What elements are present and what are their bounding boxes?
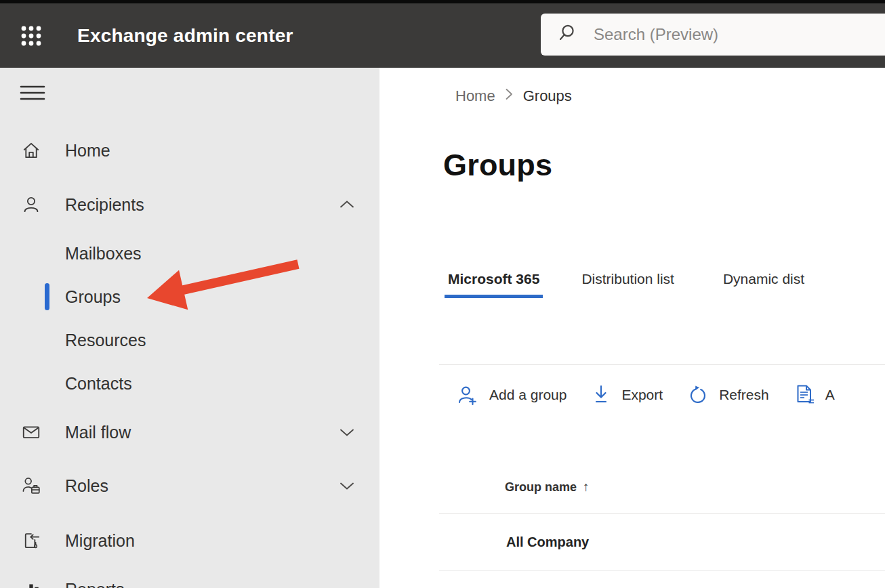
sidebar-item-home[interactable]: Home: [0, 135, 379, 165]
breadcrumb-home-link[interactable]: Home: [455, 87, 495, 105]
search-input[interactable]: [594, 14, 885, 56]
page-title: Groups: [443, 148, 552, 183]
sidebar-item-label: Roles: [65, 471, 108, 501]
nav-collapse-button[interactable]: [18, 80, 47, 107]
hamburger-icon: [20, 83, 45, 104]
sidebar-item-recipients[interactable]: Recipients: [0, 190, 379, 219]
tab-microsoft-365[interactable]: Microsoft 365: [445, 271, 543, 298]
tab-distribution-list[interactable]: Distribution list: [578, 271, 678, 298]
chevron-right-icon: [505, 87, 514, 105]
bar-chart-icon: [21, 579, 41, 588]
breadcrumb-current: Groups: [523, 87, 572, 105]
toolbar-top-divider: [439, 364, 885, 365]
waffle-icon: [19, 24, 43, 50]
table-row-divider: [439, 570, 885, 571]
refresh-button[interactable]: Refresh: [687, 384, 769, 406]
download-icon: [591, 384, 611, 406]
table-row[interactable]: All Company: [379, 514, 885, 570]
sidebar-item-mailboxes[interactable]: Mailboxes: [0, 238, 379, 268]
sidebar-item-label: Migration: [65, 526, 135, 555]
export-button[interactable]: Export: [591, 384, 663, 406]
toolbar: Add a group Export Refresh: [456, 378, 835, 412]
migration-icon: [21, 530, 41, 551]
sidebar-item-contacts[interactable]: Contacts: [0, 369, 379, 398]
search-box: [541, 14, 885, 56]
chevron-down-icon: [339, 425, 355, 439]
sidebar-item-label: Groups: [65, 282, 121, 312]
main-content: Home Groups Groups Microsoft 365 Distrib…: [379, 68, 885, 588]
person-add-icon: [456, 383, 479, 406]
column-header-label: Group name: [505, 480, 577, 495]
sidebar-item-migration[interactable]: Migration: [0, 526, 379, 555]
sidebar-item-label: Resources: [65, 325, 146, 355]
clipped-toolbar-button[interactable]: A: [794, 383, 835, 406]
sort-ascending-icon: ↑: [583, 480, 590, 495]
topbar: Exchange admin center: [0, 3, 885, 68]
person-briefcase-icon: [21, 476, 41, 496]
window-top-strip: [0, 0, 885, 3]
sidebar-item-groups[interactable]: Groups: [0, 282, 379, 312]
column-header-group-name[interactable]: Group name ↑: [505, 473, 590, 501]
document-icon: [794, 383, 815, 406]
toolbar-button-label: A: [825, 387, 835, 403]
sidebar-item-resources[interactable]: Resources: [0, 325, 379, 355]
toolbar-button-label: Refresh: [719, 387, 769, 403]
sidebar-item-label: Recipients: [65, 190, 144, 219]
sidebar-item-mail-flow[interactable]: Mail flow: [0, 417, 379, 447]
tab-bar: Microsoft 365 Distribution list Dynamic …: [445, 271, 808, 298]
selected-indicator: [45, 283, 49, 310]
refresh-icon: [687, 384, 709, 406]
sidebar-item-reports[interactable]: Reports: [0, 574, 379, 588]
add-a-group-button[interactable]: Add a group: [456, 383, 567, 406]
chevron-up-icon: [339, 198, 355, 211]
app-launcher-button[interactable]: [15, 21, 47, 52]
chevron-down-icon: [339, 479, 355, 492]
app-title: Exchange admin center: [77, 3, 293, 68]
tab-dynamic-distribution-list[interactable]: Dynamic dist: [720, 271, 808, 298]
sidebar-item-roles[interactable]: Roles: [0, 471, 379, 501]
toolbar-button-label: Export: [621, 387, 663, 403]
sidebar-item-label: Home: [65, 135, 110, 165]
sidebar-item-label: Contacts: [65, 369, 132, 398]
sidebar-nav: Home Recipients Mailboxes Groups Resourc…: [0, 68, 379, 588]
toolbar-button-label: Add a group: [489, 387, 567, 403]
group-name-cell: All Company: [506, 514, 589, 570]
sidebar-item-label: Reports: [65, 574, 125, 588]
sidebar-item-label: Mail flow: [65, 417, 131, 447]
search-icon: [558, 23, 594, 46]
person-icon: [21, 194, 41, 215]
sidebar-item-label: Mailboxes: [65, 238, 142, 268]
mail-icon: [21, 422, 41, 442]
breadcrumb: Home Groups: [455, 85, 572, 107]
home-icon: [21, 140, 41, 161]
